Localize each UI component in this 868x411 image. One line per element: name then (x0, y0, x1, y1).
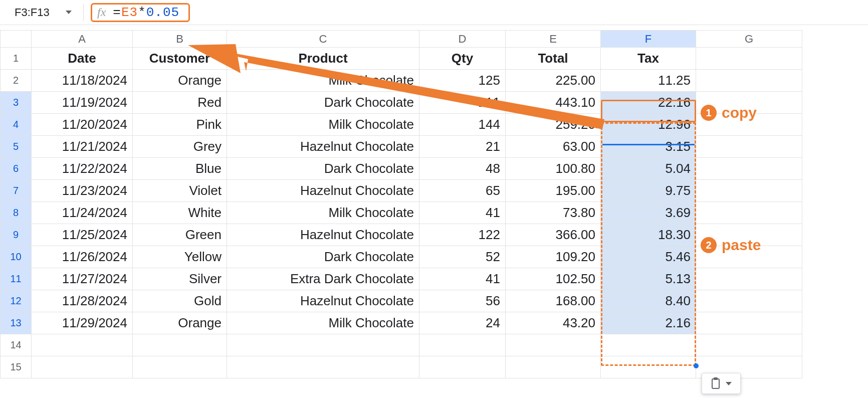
cell[interactable]: Milk Chocolate (227, 114, 419, 136)
cell[interactable] (227, 334, 419, 356)
cell[interactable]: Milk Chocolate (227, 202, 419, 224)
cell[interactable] (32, 334, 133, 356)
cell[interactable]: Product (227, 48, 419, 70)
row-header[interactable]: 12 (1, 290, 32, 312)
cell[interactable]: 21 (419, 136, 506, 158)
cell[interactable]: 259.20 (506, 114, 601, 136)
cell[interactable]: Tax (601, 48, 696, 70)
cell[interactable]: 11/28/2024 (32, 290, 133, 312)
cell[interactable] (696, 246, 802, 268)
cell[interactable]: 443.10 (506, 92, 601, 114)
cell[interactable]: 366.00 (506, 224, 601, 246)
cell[interactable]: 11/21/2024 (32, 136, 133, 158)
cell[interactable]: 24 (419, 312, 506, 334)
cell[interactable] (133, 334, 227, 356)
cell[interactable]: 3.69 (601, 202, 696, 224)
cell[interactable] (696, 92, 802, 114)
row-header[interactable]: 14 (1, 334, 32, 356)
cell[interactable]: 11/29/2024 (32, 312, 133, 334)
col-header-G[interactable]: G (696, 31, 802, 48)
row-header[interactable]: 3 (1, 92, 32, 114)
cell[interactable]: 12.96 (601, 114, 696, 136)
cell[interactable]: 8.40 (601, 290, 696, 312)
cell[interactable]: Milk Chocolate (227, 312, 419, 334)
cell[interactable]: Hazelnut Chocolate (227, 180, 419, 202)
cell[interactable]: 56 (419, 290, 506, 312)
cell[interactable] (601, 334, 696, 356)
col-header-B[interactable]: B (133, 31, 227, 48)
cell[interactable]: 102.50 (506, 268, 601, 290)
cell[interactable]: 41 (419, 268, 506, 290)
cell[interactable] (696, 70, 802, 92)
cell[interactable]: 48 (419, 158, 506, 180)
cell[interactable]: Total (506, 48, 601, 70)
cell[interactable]: 11/26/2024 (32, 246, 133, 268)
cell[interactable]: 195.00 (506, 180, 601, 202)
cell[interactable]: Orange (133, 312, 227, 334)
row-header[interactable]: 15 (1, 356, 32, 378)
row-header[interactable]: 11 (1, 268, 32, 290)
row-header[interactable]: 5 (1, 136, 32, 158)
cell[interactable] (696, 136, 802, 158)
cell[interactable]: 11/22/2024 (32, 158, 133, 180)
cell[interactable]: Pink (133, 114, 227, 136)
cell[interactable] (32, 356, 133, 378)
cell[interactable]: 122 (419, 224, 506, 246)
cell[interactable] (506, 356, 601, 378)
cell[interactable]: Customer (133, 48, 227, 70)
row-header[interactable]: 13 (1, 312, 32, 334)
cell[interactable]: Green (133, 224, 227, 246)
col-header-C[interactable]: C (227, 31, 419, 48)
cell[interactable]: 5.04 (601, 158, 696, 180)
cell[interactable]: 11/24/2024 (32, 202, 133, 224)
row-header[interactable]: 1 (1, 48, 32, 70)
cell[interactable] (696, 334, 802, 356)
cell[interactable]: 11/23/2024 (32, 180, 133, 202)
cell[interactable] (227, 356, 419, 378)
cell[interactable]: 5.13 (601, 268, 696, 290)
cell[interactable] (601, 356, 696, 378)
cell[interactable]: 22.16 (601, 92, 696, 114)
cell[interactable]: Grey (133, 136, 227, 158)
formula-input[interactable]: =E3*0.05 (113, 5, 179, 20)
cell[interactable]: Gold (133, 290, 227, 312)
cell[interactable]: 9.75 (601, 180, 696, 202)
cell[interactable] (696, 158, 802, 180)
cell[interactable]: 73.80 (506, 202, 601, 224)
cell[interactable]: Dark Chocolate (227, 158, 419, 180)
cell[interactable]: 109.20 (506, 246, 601, 268)
cell[interactable]: 168.00 (506, 290, 601, 312)
cell[interactable]: 144 (419, 114, 506, 136)
cell[interactable]: 211 (419, 92, 506, 114)
col-header-D[interactable]: D (419, 31, 506, 48)
cell[interactable]: 11/20/2024 (32, 114, 133, 136)
cell[interactable] (696, 48, 802, 70)
name-box[interactable]: F3:F13 (6, 3, 76, 22)
cell[interactable]: 125 (419, 70, 506, 92)
row-header[interactable]: 4 (1, 114, 32, 136)
col-header-F[interactable]: F (601, 31, 696, 48)
cell[interactable]: 65 (419, 180, 506, 202)
cell[interactable]: 225.00 (506, 70, 601, 92)
cell[interactable]: Dark Chocolate (227, 92, 419, 114)
cell[interactable] (696, 114, 802, 136)
cell[interactable]: Milk Chocolate (227, 70, 419, 92)
col-header-E[interactable]: E (506, 31, 601, 48)
cell[interactable]: Hazelnut Chocolate (227, 224, 419, 246)
cell[interactable] (696, 180, 802, 202)
cell[interactable] (419, 334, 506, 356)
cell[interactable] (506, 334, 601, 356)
cell[interactable]: 52 (419, 246, 506, 268)
cell[interactable] (133, 356, 227, 378)
cell[interactable] (696, 224, 802, 246)
cell[interactable]: 63.00 (506, 136, 601, 158)
cell[interactable]: 100.80 (506, 158, 601, 180)
cell[interactable]: 3.15 (601, 136, 696, 158)
cell[interactable]: 11/27/2024 (32, 268, 133, 290)
cell[interactable] (696, 290, 802, 312)
cell[interactable]: Yellow (133, 246, 227, 268)
cell[interactable]: Hazelnut Chocolate (227, 290, 419, 312)
col-header-A[interactable]: A (32, 31, 133, 48)
cell[interactable] (696, 312, 802, 334)
cell[interactable]: Hazelnut Chocolate (227, 136, 419, 158)
